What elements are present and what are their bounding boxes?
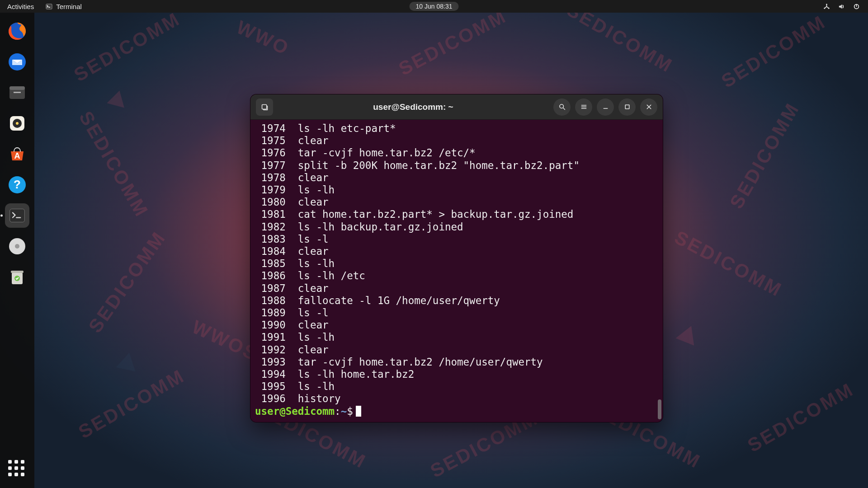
thunderbird-icon bbox=[7, 52, 27, 72]
new-tab-button[interactable] bbox=[256, 99, 273, 116]
history-line: 1989 ls -l bbox=[255, 307, 658, 319]
network-icon bbox=[823, 3, 830, 10]
menu-button[interactable] bbox=[575, 99, 592, 116]
terminal-icon bbox=[46, 3, 52, 10]
svg-text:A: A bbox=[14, 151, 20, 160]
history-line: 1995 ls -lh bbox=[255, 380, 658, 393]
dock: A ? bbox=[0, 13, 34, 488]
history-line: 1975 clear bbox=[255, 135, 658, 147]
dock-files[interactable] bbox=[5, 80, 29, 105]
prompt-user: user@Sedicomm bbox=[255, 405, 335, 417]
active-app-menu[interactable]: Terminal bbox=[46, 3, 82, 10]
search-icon bbox=[558, 103, 566, 111]
hamburger-icon bbox=[580, 103, 588, 111]
history-line: 1981 cat home.tar.bz2.part* > backup.tar… bbox=[255, 208, 658, 221]
dock-trash[interactable] bbox=[5, 265, 29, 289]
files-icon bbox=[7, 83, 27, 103]
svg-rect-20 bbox=[11, 271, 24, 273]
history-line: 1987 clear bbox=[255, 282, 658, 295]
history-line: 1985 ls -lh bbox=[255, 258, 658, 270]
dock-firefox[interactable] bbox=[5, 19, 29, 43]
volume-icon bbox=[838, 3, 845, 10]
help-icon: ? bbox=[7, 175, 27, 195]
scrollbar-thumb[interactable] bbox=[658, 399, 661, 419]
minimize-icon bbox=[602, 103, 609, 111]
dock-thunderbird[interactable] bbox=[5, 50, 29, 74]
rhythmbox-icon bbox=[7, 113, 27, 133]
svg-rect-9 bbox=[14, 92, 21, 93]
dock-help[interactable]: ? bbox=[5, 173, 29, 197]
software-icon: A bbox=[7, 144, 27, 164]
activities-label: Activities bbox=[7, 3, 34, 10]
svg-point-23 bbox=[559, 104, 563, 108]
minimize-button[interactable] bbox=[597, 99, 614, 116]
history-output: 1974 ls -lh etc-part* 1975 clear 1976 ta… bbox=[255, 122, 658, 405]
maximize-button[interactable] bbox=[618, 99, 636, 116]
svg-point-12 bbox=[16, 122, 19, 125]
search-button[interactable] bbox=[553, 99, 571, 116]
terminal-window: user@Sedicomm: ~ 1974 ls -lh etc-part* 1… bbox=[250, 94, 663, 422]
svg-rect-16 bbox=[10, 209, 25, 222]
prompt-line: user@Sedicomm:~$ bbox=[255, 405, 658, 418]
clock[interactable]: 10 Jun 08:31 bbox=[410, 2, 459, 11]
history-line: 1979 ls -lh bbox=[255, 184, 658, 196]
terminal-titlebar[interactable]: user@Sedicomm: ~ bbox=[250, 94, 663, 120]
dock-software[interactable]: A bbox=[5, 142, 29, 166]
active-app-label: Terminal bbox=[56, 3, 82, 10]
dock-disk[interactable] bbox=[5, 234, 29, 258]
history-line: 1994 ls -lh home.tar.bz2 bbox=[255, 368, 658, 380]
firefox-icon bbox=[7, 21, 27, 41]
history-line: 1976 tar -cvjf home.tar.bz2 /etc/* bbox=[255, 147, 658, 159]
svg-rect-24 bbox=[625, 105, 629, 109]
system-status-area[interactable] bbox=[823, 3, 868, 10]
svg-text:?: ? bbox=[14, 178, 21, 191]
history-line: 1978 clear bbox=[255, 172, 658, 184]
svg-rect-22 bbox=[262, 104, 266, 109]
history-line: 1974 ls -lh etc-part* bbox=[255, 122, 658, 135]
terminal-app-icon bbox=[8, 206, 26, 225]
history-line: 1993 tar -cvjf home.tar.bz2 /home/user/q… bbox=[255, 356, 658, 368]
history-line: 1990 clear bbox=[255, 319, 658, 331]
text-cursor bbox=[356, 406, 361, 417]
clock-text: 10 Jun 08:31 bbox=[416, 3, 453, 10]
history-line: 1988 fallocate -l 1G /home/user/qwerty bbox=[255, 295, 658, 307]
history-line: 1996 history bbox=[255, 393, 658, 405]
svg-point-18 bbox=[15, 244, 19, 249]
terminal-body[interactable]: 1974 ls -lh etc-part* 1975 clear 1976 ta… bbox=[250, 120, 663, 422]
activities-button[interactable]: Activities bbox=[7, 3, 34, 10]
svg-rect-0 bbox=[46, 4, 52, 9]
top-panel: Activities Terminal 10 Jun 08:31 bbox=[0, 0, 868, 13]
history-line: 1992 clear bbox=[255, 344, 658, 356]
close-button[interactable] bbox=[640, 99, 657, 116]
dock-rhythmbox[interactable] bbox=[5, 111, 29, 136]
history-line: 1986 ls -lh /etc bbox=[255, 270, 658, 282]
power-icon bbox=[853, 3, 860, 10]
history-line: 1984 clear bbox=[255, 245, 658, 258]
new-tab-icon bbox=[261, 103, 269, 111]
history-line: 1980 clear bbox=[255, 196, 658, 208]
dock-terminal[interactable] bbox=[5, 203, 29, 228]
maximize-icon bbox=[623, 103, 631, 111]
history-line: 1977 split -b 200K home.tar.bz2 "home.ta… bbox=[255, 160, 658, 172]
terminal-title: user@Sedicomm: ~ bbox=[278, 102, 549, 112]
history-line: 1991 ls -lh bbox=[255, 331, 658, 343]
prompt-path: ~ bbox=[341, 405, 347, 417]
history-line: 1982 ls -lh backup.tar.gz.joined bbox=[255, 221, 658, 233]
svg-rect-8 bbox=[9, 86, 25, 90]
show-applications-button[interactable] bbox=[8, 460, 26, 478]
disk-icon bbox=[7, 236, 27, 256]
prompt-symbol: $ bbox=[347, 405, 353, 417]
close-icon bbox=[645, 103, 653, 111]
trash-icon bbox=[7, 267, 27, 287]
history-line: 1983 ls -l bbox=[255, 233, 658, 245]
